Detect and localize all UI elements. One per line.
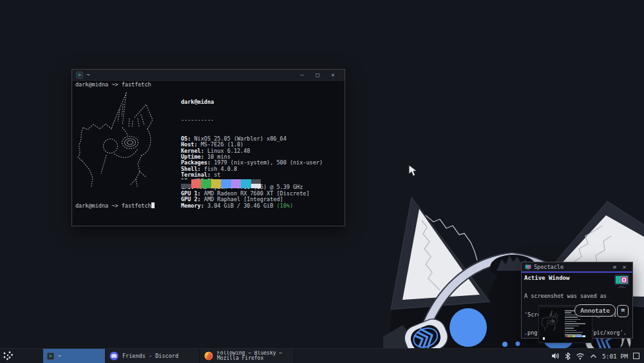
tray-expander-chevron-up-icon[interactable] xyxy=(590,354,597,358)
thumbnail-palette xyxy=(565,335,585,337)
discord-icon xyxy=(109,351,118,360)
annotate-button[interactable]: Annotate xyxy=(574,304,616,317)
spectacle-titlebar[interactable]: Spectacle ⇄ ✕ xyxy=(522,262,632,271)
task-title: ~ xyxy=(58,353,61,359)
task-title: Friends - Discord xyxy=(122,353,178,359)
show-desktop-peek-widget[interactable] xyxy=(633,353,639,359)
firefox-icon xyxy=(204,351,213,360)
fastfetch-separator: ---------- xyxy=(181,117,323,123)
color-palette xyxy=(181,179,261,188)
task-title: Following — Bluesky —Mozilla Firefox xyxy=(217,351,282,362)
minimize-button[interactable]: – xyxy=(294,72,310,78)
thumbnail-wolf-art xyxy=(541,309,563,331)
terminal-window: > ~ – □ ✕ dark@midna ~> fastfetch dark@m… xyxy=(71,69,345,226)
terminal-title: ~ xyxy=(86,72,90,78)
spectacle-app-icon xyxy=(614,274,630,289)
prompt-line: dark@midna ~> fastfetch xyxy=(75,82,151,88)
bluetooth-icon[interactable] xyxy=(565,352,571,360)
fastfetch-host-header: dark@midna xyxy=(181,99,323,105)
notification-heading: Active Window xyxy=(524,275,569,281)
thumbnail-cursor xyxy=(543,337,545,340)
taskbar: > ~ Friends - Discord Following — Bluesk… xyxy=(0,348,644,363)
fastfetch-entries: OS: NixOS 25.05 (Warbler) x86_64Host: MS… xyxy=(181,136,323,209)
app-launcher-button[interactable] xyxy=(0,349,17,363)
terminal-cursor xyxy=(151,202,155,208)
task-discord[interactable]: Friends - Discord xyxy=(106,349,200,363)
palette-row-normal xyxy=(181,179,261,184)
clock[interactable]: 5:01 PM xyxy=(602,353,628,360)
creature-left-eye xyxy=(450,308,487,347)
terminal-task-icon: > xyxy=(47,353,54,360)
volume-icon[interactable] xyxy=(551,352,560,360)
task-firefox[interactable]: Following — Bluesky —Mozilla Firefox xyxy=(200,349,294,363)
spectacle-titlebar-icon xyxy=(525,264,531,270)
spectacle-window: Spectacle ⇄ ✕ Active Window A screenshot… xyxy=(521,262,633,338)
wifi-icon[interactable] xyxy=(576,353,585,360)
terminal-app-icon: > xyxy=(76,72,83,79)
prompt-line-current[interactable]: dark@midna ~> fastfetch xyxy=(75,202,155,209)
fastfetch-info: dark@midna ---------- OS: NixOS 25.05 (W… xyxy=(181,87,323,221)
maximize-button[interactable]: □ xyxy=(310,72,325,78)
fastfetch-ascii-wolf-art xyxy=(75,92,176,187)
fastfetch-entry: Memory: 3.04 GiB / 30.46 GiB (10%) xyxy=(181,203,323,209)
menu-button[interactable]: ≡ xyxy=(617,305,629,317)
mouse-cursor xyxy=(408,164,417,177)
system-tray: 5:01 PM xyxy=(547,349,644,363)
terminal-titlebar[interactable]: > ~ – □ ✕ xyxy=(72,70,345,81)
close-button[interactable]: ✕ xyxy=(620,264,629,270)
launcher-dots-icon xyxy=(2,349,15,362)
palette-row-bright xyxy=(181,184,261,188)
swap-windows-icon[interactable]: ⇄ xyxy=(610,264,620,270)
task-terminal[interactable]: > ~ xyxy=(43,349,106,363)
terminal-content[interactable]: dark@midna ~> fastfetch dark@midna -----… xyxy=(72,81,345,226)
close-button[interactable]: ✕ xyxy=(325,72,341,78)
spectacle-title: Spectacle xyxy=(534,264,564,270)
